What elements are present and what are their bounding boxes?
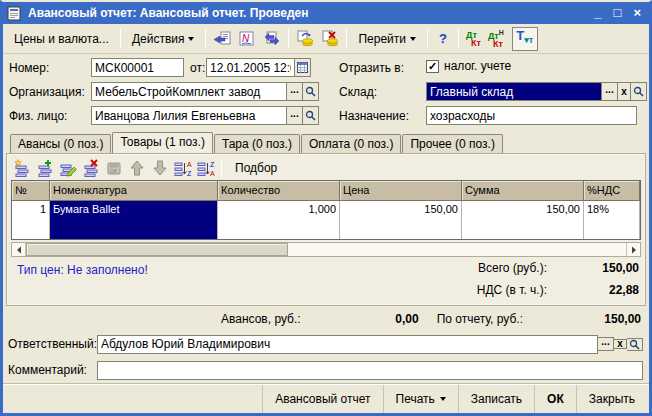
edit-row-button[interactable] bbox=[57, 158, 78, 178]
arrow-down-icon bbox=[151, 159, 169, 177]
warehouse-choose-button[interactable]: ... bbox=[602, 82, 618, 101]
dt-kt-button[interactable]: Дт Кт bbox=[463, 31, 484, 47]
goods-tab-panel: OK A Z bbox=[6, 153, 646, 306]
goto-menu-button[interactable]: Перейти bbox=[351, 28, 423, 50]
cell-sum[interactable]: 150,00 bbox=[462, 201, 584, 239]
dt-kt-tax-button[interactable]: ДтН Кт bbox=[485, 29, 507, 48]
table-row: 1 Бумага Ballet 1,000 150,00 150,00 18% bbox=[12, 201, 640, 239]
purpose-input[interactable] bbox=[426, 106, 637, 125]
reread-document-button[interactable] bbox=[210, 28, 234, 50]
copy-row-button[interactable] bbox=[34, 158, 55, 178]
responsible-choose-button[interactable]: ... bbox=[598, 337, 614, 351]
organization-input[interactable] bbox=[91, 82, 287, 101]
minimize-button[interactable]: _ bbox=[594, 6, 601, 20]
document-arrows-icon bbox=[263, 31, 281, 47]
tab-tovary[interactable]: Товары (1 поз.) bbox=[112, 132, 213, 153]
scroll-left-icon bbox=[16, 246, 22, 254]
advance-report-button[interactable]: Авансовый отчет bbox=[262, 385, 382, 413]
actions-menu-button[interactable]: Действия bbox=[125, 28, 202, 50]
cell-vat[interactable]: 18% bbox=[584, 201, 640, 239]
svg-text:OK: OK bbox=[110, 168, 118, 174]
calendar-button[interactable] bbox=[295, 58, 311, 77]
reflect-label: Отразить в: bbox=[339, 61, 404, 75]
pick-button[interactable]: Подбор bbox=[227, 159, 285, 177]
window-controls: _ □ × bbox=[594, 6, 645, 20]
post-document-button[interactable] bbox=[293, 28, 317, 50]
actions-label: Действия bbox=[132, 32, 185, 46]
document-icon bbox=[7, 6, 23, 21]
responsible-open-button[interactable] bbox=[627, 338, 643, 351]
person-input[interactable] bbox=[91, 106, 287, 125]
totals-area: Тип цен: Не заполнено! Всего (руб.): 150… bbox=[9, 257, 643, 305]
maximize-button[interactable]: □ bbox=[614, 6, 622, 20]
save-button[interactable]: Записать bbox=[458, 385, 534, 413]
help-button[interactable]: ? bbox=[432, 28, 454, 50]
totals-settings-button[interactable]: Т ▾т bbox=[512, 27, 538, 51]
sort-descending-button[interactable]: Z A bbox=[195, 158, 216, 178]
unpost-document-icon bbox=[321, 30, 339, 47]
warehouse-input[interactable] bbox=[426, 82, 602, 101]
cell-row-number[interactable]: 1 bbox=[12, 201, 50, 239]
print-button[interactable]: Печать bbox=[383, 385, 458, 413]
toolbar-separator bbox=[458, 29, 459, 49]
number-label: Номер: bbox=[9, 61, 49, 75]
organization-choose-button[interactable]: ... bbox=[287, 82, 303, 101]
scroll-left-button[interactable] bbox=[12, 243, 26, 256]
horizontal-scrollbar[interactable] bbox=[11, 242, 641, 257]
footer-button-bar: Авансовый отчет Печать Записать ОК Закры… bbox=[3, 384, 649, 413]
scrollbar-track[interactable] bbox=[26, 243, 626, 256]
person-open-button[interactable] bbox=[303, 106, 319, 125]
person-choose-button[interactable]: ... bbox=[287, 106, 303, 125]
comment-input[interactable] bbox=[97, 361, 643, 380]
report-sum-value: 150,00 bbox=[523, 312, 641, 326]
close-button[interactable]: × bbox=[633, 6, 641, 20]
tab-oplata[interactable]: Оплата (0 поз.) bbox=[301, 134, 402, 153]
table-header: № Номенклатура Количество Цена Сумма %НД… bbox=[12, 181, 640, 201]
ktn-label: Кт bbox=[493, 40, 504, 48]
tab-prochee[interactable]: Прочее (0 поз.) bbox=[402, 134, 503, 153]
tab-tara[interactable]: Тара (0 поз.) bbox=[214, 134, 300, 153]
unpost-document-button[interactable] bbox=[318, 28, 342, 50]
move-row-down-button[interactable] bbox=[149, 158, 170, 178]
responsible-clear-button[interactable]: x bbox=[614, 339, 627, 349]
date-input[interactable] bbox=[206, 58, 295, 77]
column-nomenclature: Номенклатура bbox=[50, 181, 218, 201]
warehouse-clear-button[interactable]: x bbox=[618, 82, 631, 101]
checkmark-icon: ✓ bbox=[428, 61, 437, 72]
set-number-button[interactable]: N bbox=[235, 28, 259, 50]
move-row-up-button[interactable] bbox=[126, 158, 147, 178]
prices-currency-button[interactable]: Цены и валюта... bbox=[7, 28, 116, 50]
cell-price[interactable]: 150,00 bbox=[340, 201, 462, 239]
add-row-icon bbox=[13, 159, 31, 177]
add-row-button[interactable] bbox=[11, 158, 32, 178]
sort-za-icon: Z A bbox=[197, 159, 215, 177]
tax-accounting-label: налог. учете bbox=[444, 59, 511, 73]
date-label: от: bbox=[190, 61, 205, 75]
close-window-button[interactable]: Закрыть bbox=[576, 385, 647, 413]
organization-open-button[interactable] bbox=[303, 82, 319, 101]
responsible-input[interactable] bbox=[97, 335, 598, 354]
person-label: Физ. лицо: bbox=[9, 109, 67, 123]
tab-avansy[interactable]: Авансы (0 поз.) bbox=[10, 134, 111, 153]
scrollbar-thumb[interactable] bbox=[26, 243, 288, 256]
warehouse-open-button[interactable] bbox=[631, 82, 647, 101]
number-input[interactable] bbox=[91, 58, 184, 77]
magnifier-icon bbox=[629, 339, 640, 350]
responsible-label: Ответственный: bbox=[8, 337, 97, 351]
total-label: Всего (руб.): bbox=[437, 261, 547, 275]
advances-summary: Авансов, руб.: 0,00 По отчету, руб.: 150… bbox=[3, 309, 649, 329]
delete-row-button[interactable] bbox=[80, 158, 101, 178]
organization-label: Организация: bbox=[9, 85, 85, 99]
scroll-right-button[interactable] bbox=[626, 243, 640, 256]
price-type-info: Тип цен: Не заполнено! bbox=[17, 263, 148, 277]
main-toolbar: Цены и валюта... Действия N bbox=[3, 24, 649, 54]
cell-quantity[interactable]: 1,000 bbox=[218, 201, 340, 239]
end-edit-button[interactable]: OK bbox=[103, 158, 124, 178]
copy-structure-button[interactable] bbox=[260, 28, 284, 50]
cell-nomenclature[interactable]: Бумага Ballet bbox=[50, 201, 218, 239]
end-edit-icon: OK bbox=[105, 159, 123, 177]
ok-button[interactable]: ОК bbox=[534, 385, 576, 413]
svg-text:A: A bbox=[210, 170, 215, 177]
sort-ascending-button[interactable]: A Z bbox=[172, 158, 193, 178]
tax-accounting-checkbox[interactable]: ✓ bbox=[426, 60, 439, 73]
